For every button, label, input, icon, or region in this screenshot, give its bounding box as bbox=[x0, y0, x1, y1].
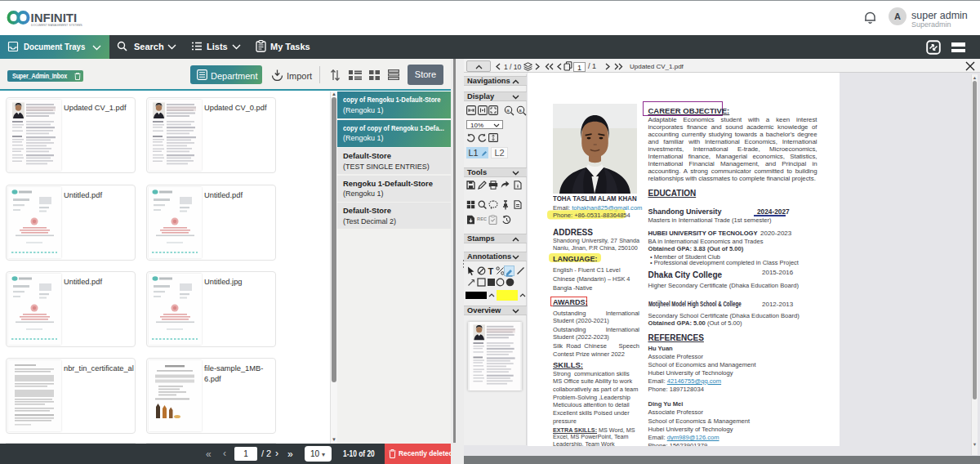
svg-text:DOCUMENT MANAGEMENT SYSTEMS: DOCUMENT MANAGEMENT SYSTEMS bbox=[31, 24, 83, 27]
svg-text:a: a bbox=[506, 108, 510, 113]
svg-text:T: T bbox=[488, 266, 493, 275]
svg-text:INFINITI: INFINITI bbox=[31, 11, 78, 25]
svg-text:a: a bbox=[519, 108, 522, 113]
